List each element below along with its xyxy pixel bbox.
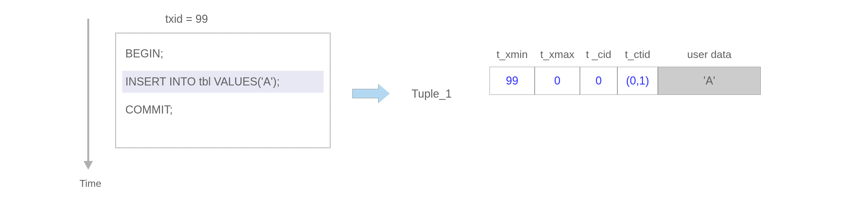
sql-begin: BEGIN;: [122, 43, 323, 64]
cell-xmax: 0: [535, 67, 580, 95]
time-axis-line: [87, 19, 89, 162]
header-userdata: user data: [658, 48, 761, 60]
cell-xmin: 99: [490, 67, 535, 95]
transaction-box: BEGIN; INSERT INTO tbl VALUES('A'); COMM…: [115, 33, 331, 148]
cell-cid: 0: [580, 67, 617, 95]
header-ctid: t_ctid: [617, 48, 658, 60]
tuple-data-row: 99 0 0 (0,1) 'A': [490, 67, 761, 95]
header-xmax: t_xmax: [535, 48, 580, 60]
tuple-label: Tuple_1: [411, 87, 452, 101]
cell-userdata: 'A': [658, 67, 761, 95]
header-xmin: t_xmin: [490, 48, 535, 60]
header-cid: t _cid: [580, 48, 617, 60]
txid-label: txid = 99: [165, 12, 208, 26]
flow-arrow: [352, 84, 390, 103]
time-axis-arrowhead: [84, 161, 93, 170]
cell-ctid: (0,1): [617, 67, 658, 95]
tuple-header-row: t_xmin t_xmax t _cid t_ctid user data: [490, 48, 761, 60]
sql-commit: COMMIT;: [122, 99, 323, 121]
sql-insert-highlighted: INSERT INTO tbl VALUES('A');: [122, 71, 323, 93]
time-axis-label: Time: [80, 178, 101, 189]
tuple-table: t_xmin t_xmax t _cid t_ctid user data 99…: [490, 48, 761, 95]
